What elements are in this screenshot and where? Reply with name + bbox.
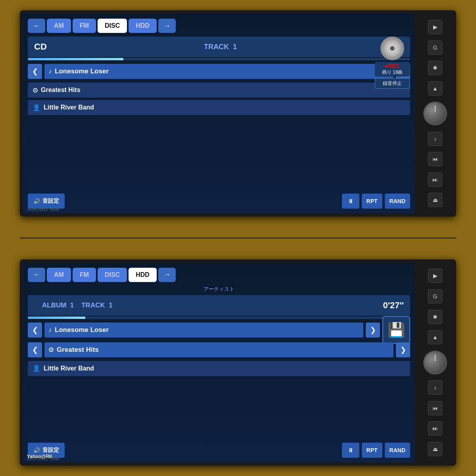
top-fwd-btn[interactable]: → — [158, 19, 176, 33]
top-unit: ← AM FM DISC HDD → CD TRACK 1 0′53″ — [20, 10, 456, 217]
top-bottom-controls: 🔊 音設定 ⏸ RPT RAND — [28, 193, 410, 209]
bottom-album-next-btn[interactable]: ❯ — [396, 342, 410, 357]
bottom-screen: ← AM FM DISC HDD → アーティスト ALBUM 1 TRACK … — [23, 263, 415, 463]
top-cd-icon — [380, 36, 404, 60]
top-rec-stop-btn[interactable]: 録音停止 — [375, 78, 410, 89]
bottom-side-btn-up[interactable]: ▲ — [428, 330, 442, 344]
top-side-btn-up[interactable]: ▲ — [428, 81, 442, 96]
top-status-bar: CD TRACK 1 0′53″ — [28, 36, 410, 57]
bottom-track-name: Lonesome Loser — [55, 326, 109, 334]
bottom-rand-btn[interactable]: RAND — [385, 443, 410, 458]
top-progress-fill — [28, 58, 123, 60]
bottom-side-btn-music[interactable]: ♪ — [428, 380, 442, 395]
top-artist-name: Little River Band — [44, 104, 94, 111]
top-track-name-box: ♪ Lonesome Loser — [44, 64, 393, 79]
top-tab-disc[interactable]: DISC — [98, 19, 127, 33]
top-tab-hdd[interactable]: HDD — [129, 19, 157, 33]
bottom-sound-icon: 🔊 — [33, 447, 40, 453]
top-album-icon: ⊙ — [33, 86, 38, 94]
bottom-artist-icon: 👤 — [33, 365, 40, 372]
top-pause-btn[interactable]: ⏸ — [342, 194, 359, 209]
top-rec-badge: ●REC 残り 18曲 — [375, 62, 410, 77]
bottom-artist-label: アーティスト — [28, 286, 410, 293]
top-side-btn-star[interactable]: ✱ — [428, 61, 442, 75]
bottom-progress-track — [28, 317, 410, 319]
unit-divider — [20, 238, 456, 238]
top-sound-label: 音設定 — [42, 198, 59, 205]
top-side-btn-prev[interactable]: ⏮ — [428, 152, 442, 166]
top-artist-icon: 👤 — [33, 104, 40, 111]
bottom-music-icon: ♪ — [48, 326, 52, 334]
top-side-btn-play[interactable]: ▶ — [428, 20, 442, 34]
top-track-prev-btn[interactable]: ❮ — [28, 64, 42, 79]
bottom-album-row: ❮ ⊙ Greatest Hits ❯ — [28, 341, 410, 359]
bottom-artist-name: Little River Band — [44, 365, 94, 372]
top-artist-row: 👤 Little River Band — [28, 100, 410, 115]
bottom-bottom-controls: 🔊 音設定 ⏸ RPT RAND — [28, 442, 410, 459]
top-album-row: ⊙ Greatest Hits — [28, 83, 410, 98]
top-back-btn[interactable]: ← — [28, 19, 45, 33]
bottom-artist-row: 👤 Little River Band — [28, 361, 410, 376]
bottom-album-name: Greatest Hits — [57, 346, 99, 354]
top-side-btn-music[interactable]: ♪ — [428, 132, 442, 146]
top-rand-btn[interactable]: RAND — [385, 194, 410, 209]
bottom-rpt-btn[interactable]: RPT — [362, 443, 382, 458]
bottom-tab-hdd[interactable]: HDD — [129, 268, 157, 282]
top-music-icon: ♪ — [48, 68, 52, 75]
top-side-btn-next[interactable]: ⏭ — [428, 173, 442, 187]
top-side-btn-g[interactable]: G — [428, 40, 442, 55]
top-tab-fm[interactable]: FM — [73, 19, 96, 33]
top-mode-label: CD — [34, 42, 50, 52]
top-track-row: ❮ ♪ Lonesome Loser ❯ ●REC 残り 18曲 録音停止 — [28, 63, 410, 80]
bottom-track-row: ❮ ♪ Lonesome Loser ❯ 💾 — [28, 321, 410, 339]
top-tab-bar: ← AM FM DISC HDD → — [28, 17, 410, 34]
bottom-back-btn[interactable]: ← — [28, 268, 45, 282]
bottom-side-btn-next[interactable]: ⏭ — [428, 421, 442, 436]
bottom-side-btn-prev[interactable]: ⏮ — [428, 401, 442, 415]
top-rec-panel: ●REC 残り 18曲 録音停止 — [374, 36, 410, 89]
bottom-album-info: ALBUM 1 TRACK 1 — [42, 301, 383, 309]
bottom-side-btn-eject[interactable]: ⏏ — [428, 442, 442, 456]
bottom-progress-fill — [28, 317, 85, 319]
top-track-info: TRACK 1 — [58, 43, 383, 51]
bottom-track-name-box: ♪ Lonesome Loser — [44, 322, 363, 338]
top-album-name: Greatest Hits — [41, 86, 81, 94]
bottom-track-next-btn[interactable]: ❯ — [366, 322, 380, 338]
top-rec-count: 残り 18曲 — [378, 69, 407, 76]
bottom-tab-disc[interactable]: DISC — [98, 268, 127, 282]
watermark: Yahoo@RK — [27, 454, 53, 459]
top-track-name: Lonesome Loser — [55, 67, 109, 75]
bottom-album-name-box: ⊙ Greatest Hits — [44, 342, 393, 357]
bottom-status-bar: ALBUM 1 TRACK 1 0′27″ — [28, 295, 410, 316]
bottom-tab-fm[interactable]: FM — [73, 268, 96, 282]
bottom-side-btn-g[interactable]: G — [428, 289, 442, 303]
top-model-text: NHZN-W61G 76048 — [27, 208, 59, 212]
bottom-pause-btn[interactable]: ⏸ — [342, 443, 359, 458]
bottom-unit: ← AM FM DISC HDD → アーティスト ALBUM 1 TRACK … — [20, 259, 456, 466]
bottom-tab-bar: ← AM FM DISC HDD → — [28, 267, 410, 283]
top-sound-btn[interactable]: 🔊 音設定 — [28, 194, 65, 209]
top-rpt-btn[interactable]: RPT — [362, 194, 382, 209]
top-progress-track — [28, 58, 410, 60]
top-side-btn-eject[interactable]: ⏏ — [428, 193, 442, 207]
bottom-sound-label: 音設定 — [42, 447, 59, 454]
bottom-side-btn-star[interactable]: ✱ — [428, 310, 442, 324]
top-tab-am[interactable]: AM — [47, 19, 71, 33]
top-cd-center — [390, 46, 395, 51]
bottom-fwd-btn[interactable]: → — [158, 268, 176, 282]
top-screen: ← AM FM DISC HDD → CD TRACK 1 0′53″ — [23, 13, 415, 213]
bottom-side-btn-play[interactable]: ▶ — [428, 269, 442, 283]
bottom-tab-am[interactable]: AM — [47, 268, 71, 282]
bottom-right-panel: ▶ G ✱ ▲ ♪ ⏮ ⏭ ⏏ — [417, 263, 453, 463]
top-sound-icon: 🔊 — [33, 198, 40, 204]
top-vol-knob[interactable] — [423, 102, 447, 125]
top-rec-label: ●REC — [378, 63, 407, 69]
bottom-vol-knob[interactable] — [423, 351, 447, 374]
bottom-track-prev-btn[interactable]: ❮ — [28, 322, 42, 338]
top-right-panel: ▶ G ✱ ▲ ♪ ⏮ ⏭ ⏏ — [417, 13, 453, 213]
bottom-time-display: 0′27″ — [383, 300, 404, 311]
bottom-album-icon: ⊙ — [48, 346, 54, 353]
bottom-album-prev-btn[interactable]: ❮ — [28, 342, 42, 357]
bottom-hdd-icon: 💾 — [382, 316, 410, 344]
